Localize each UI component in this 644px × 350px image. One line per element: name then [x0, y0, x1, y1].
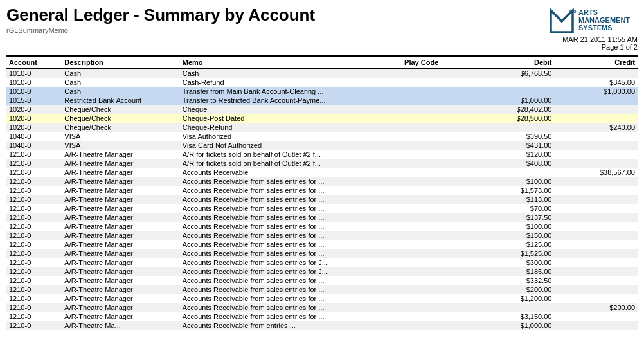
- cell-debit: $1,525.00: [471, 249, 554, 258]
- col-account: Account: [6, 57, 62, 69]
- table-row: 1210-0A/R-Theatre ManagerAccounts Receiv…: [6, 249, 638, 258]
- page-line: Page 1 of 2: [602, 43, 638, 51]
- header: General Ledger - Summary by Account rGLS…: [0, 0, 644, 52]
- cell-debit: $113.00: [471, 195, 554, 204]
- cell-playcode: [402, 294, 471, 303]
- cell-description: A/R-Theatre Manager: [62, 276, 179, 285]
- cell-description: Cash: [62, 78, 179, 87]
- cell-memo: A/R for tickets sold on behalf of Outlet…: [180, 159, 402, 168]
- cell-debit: $185.00: [471, 267, 554, 276]
- cell-playcode: [402, 195, 471, 204]
- ams-logo: ARTS MANAGEMENT SYSTEMS Co: [548, 5, 638, 34]
- cell-playcode: [402, 114, 471, 123]
- table-row: 1210-0A/R-Theatre ManagerAccounts Receiv…: [6, 303, 638, 312]
- cell-account: 1210-0: [6, 303, 62, 312]
- cell-account: 1210-0: [6, 267, 62, 276]
- cell-credit: $240.00: [554, 123, 638, 132]
- cell-playcode: [402, 78, 471, 87]
- table-row: 1210-0A/R-Theatre ManagerAccounts Receiv…: [6, 285, 638, 294]
- cell-description: A/R-Theatre Manager: [62, 285, 179, 294]
- cell-playcode: [402, 69, 471, 78]
- cell-account: 1210-0: [6, 186, 62, 195]
- cell-playcode: [402, 321, 471, 330]
- cell-memo: Accounts Receivable from sales entries f…: [180, 204, 402, 213]
- cell-memo: Visa Card Not Authorized: [180, 141, 402, 150]
- cell-debit: $100.00: [471, 177, 554, 186]
- cell-playcode: [402, 159, 471, 168]
- cell-memo: Visa Authorized: [180, 132, 402, 141]
- cell-playcode: [402, 231, 471, 240]
- col-memo: Memo: [180, 57, 402, 69]
- title-block: General Ledger - Summary by Account rGLS…: [6, 5, 315, 34]
- cell-playcode: [402, 132, 471, 141]
- cell-memo: Accounts Receivable from sales entries f…: [180, 186, 402, 195]
- cell-credit: [554, 204, 638, 213]
- cell-credit: [554, 312, 638, 321]
- table-row: 1020-0Cheque/CheckCheque-Post Dated$28,5…: [6, 114, 638, 123]
- table-row: 1040-0VISAVisa Card Not Authorized$431.0…: [6, 141, 638, 150]
- cell-debit: $1,200.00: [471, 294, 554, 303]
- table-row: 1010-0CashCash-Refund$345.00: [6, 78, 638, 87]
- svg-text:Co: Co: [569, 8, 577, 14]
- cell-account: 1040-0: [6, 141, 62, 150]
- cell-playcode: [402, 168, 471, 177]
- cell-memo: Cheque-Refund: [180, 123, 402, 132]
- cell-memo: Accounts Receivable from sales entries f…: [180, 258, 402, 267]
- svg-text:SYSTEMS: SYSTEMS: [578, 24, 613, 32]
- cell-account: 1210-0: [6, 159, 62, 168]
- cell-credit: [554, 96, 638, 105]
- table-row: 1210-0A/R-Theatre ManagerAccounts Receiv…: [6, 195, 638, 204]
- cell-memo: Accounts Receivable from sales entries f…: [180, 249, 402, 258]
- cell-credit: [554, 321, 638, 330]
- cell-playcode: [402, 222, 471, 231]
- cell-memo: Accounts Receivable from sales entries f…: [180, 294, 402, 303]
- col-playcode: Play Code: [402, 57, 471, 69]
- cell-memo: Accounts Receivable from entries ...: [180, 321, 402, 330]
- cell-account: 1210-0: [6, 276, 62, 285]
- cell-credit: [554, 294, 638, 303]
- cell-playcode: [402, 213, 471, 222]
- cell-account: 1010-0: [6, 78, 62, 87]
- cell-description: A/R-Theatre Manager: [62, 240, 179, 249]
- cell-playcode: [402, 285, 471, 294]
- cell-account: 1040-0: [6, 132, 62, 141]
- cell-account: 1210-0: [6, 294, 62, 303]
- cell-memo: Accounts Receivable from sales entries f…: [180, 303, 402, 312]
- cell-description: VISA: [62, 132, 179, 141]
- cell-account: 1210-0: [6, 285, 62, 294]
- cell-account: 1210-0: [6, 222, 62, 231]
- cell-memo: Accounts Receivable from sales entries f…: [180, 213, 402, 222]
- cell-credit: [554, 177, 638, 186]
- cell-debit: $390.50: [471, 132, 554, 141]
- cell-playcode: [402, 303, 471, 312]
- cell-credit: [554, 141, 638, 150]
- cell-playcode: [402, 96, 471, 105]
- cell-debit: $70.00: [471, 204, 554, 213]
- cell-debit: $1,000.00: [471, 96, 554, 105]
- cell-memo: Cheque: [180, 105, 402, 114]
- cell-description: A/R-Theatre Manager: [62, 213, 179, 222]
- cell-credit: [554, 249, 638, 258]
- cell-debit: $1,000.00: [471, 321, 554, 330]
- cell-credit: [554, 114, 638, 123]
- cell-memo: Accounts Receivable from sales entries f…: [180, 285, 402, 294]
- cell-description: A/R-Theatre Manager: [62, 294, 179, 303]
- cell-description: A/R-Theatre Manager: [62, 267, 179, 276]
- cell-credit: [554, 285, 638, 294]
- cell-account: 1210-0: [6, 240, 62, 249]
- col-description: Description: [62, 57, 179, 69]
- cell-account: 1210-0: [6, 249, 62, 258]
- subtitle: rGLSummaryMemo: [6, 26, 315, 34]
- cell-debit: $28,402.00: [471, 105, 554, 114]
- cell-debit: $332.50: [471, 276, 554, 285]
- table-wrap: Account Description Memo Play Code Debit…: [0, 56, 644, 330]
- table-row: 1020-0Cheque/CheckCheque-Refund$240.00: [6, 123, 638, 132]
- cell-description: A/R-Theatre Manager: [62, 168, 179, 177]
- cell-credit: [554, 258, 638, 267]
- cell-debit: $3,150.00: [471, 312, 554, 321]
- col-debit: Debit: [471, 57, 554, 69]
- cell-debit: $125.00: [471, 240, 554, 249]
- cell-account: 1020-0: [6, 123, 62, 132]
- table-row: 1210-0A/R-Theatre ManagerAccounts Receiv…: [6, 186, 638, 195]
- cell-account: 1210-0: [6, 321, 62, 330]
